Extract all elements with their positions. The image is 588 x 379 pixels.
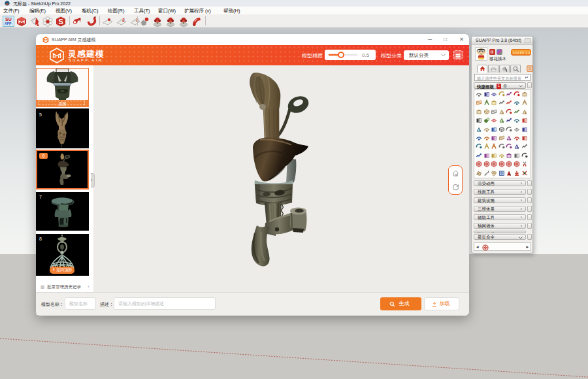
- svg-text:0.5: 0.5: [362, 52, 370, 58]
- svg-text:S: S: [59, 18, 63, 25]
- svg-text:2: 2: [122, 18, 125, 22]
